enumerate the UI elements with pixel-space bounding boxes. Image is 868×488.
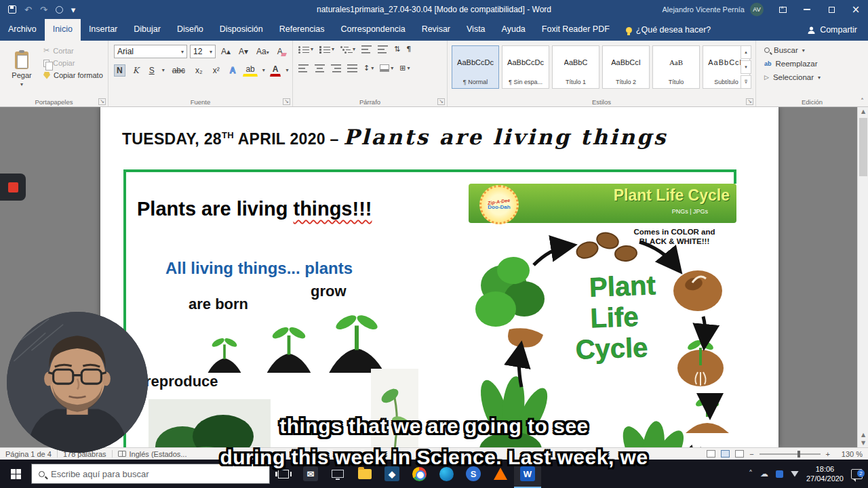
slide-image[interactable]: Plants are living things!!! All living t…: [123, 169, 736, 447]
tab-foxit-reader-pdf[interactable]: Foxit Reader PDF: [534, 19, 618, 41]
strikethrough-button[interactable]: abc: [170, 64, 188, 77]
styles-more-icon[interactable]: ⊽: [741, 75, 751, 89]
shading-button[interactable]: ▾: [380, 64, 393, 72]
italic-button[interactable]: K: [130, 64, 142, 77]
maximize-button[interactable]: [819, 0, 844, 19]
tab-diseno[interactable]: Diseño: [169, 19, 212, 41]
sort-button[interactable]: ⇅: [394, 45, 400, 54]
ribbon: Pegar ▾ ✂ Cortar Copiar Copiar formato P…: [0, 41, 868, 107]
undo-icon[interactable]: ↶: [24, 5, 32, 14]
styles-scroll-up-icon[interactable]: ▴: [741, 45, 751, 59]
teams-tray-icon[interactable]: [776, 470, 783, 478]
wifi-icon[interactable]: [791, 471, 799, 477]
onedrive-icon[interactable]: ☁: [760, 469, 768, 479]
tab-insertar[interactable]: Insertar: [81, 19, 125, 41]
show-paragraph-marks-button[interactable]: ¶: [406, 45, 411, 54]
close-button[interactable]: ×: [844, 0, 868, 19]
share-button[interactable]: Compartir: [796, 19, 868, 41]
change-case-label: Aa: [256, 47, 267, 56]
style-heading-1[interactable]: AaBbC Título 1: [552, 45, 599, 89]
font-color-dropdown-icon[interactable]: ▾: [285, 67, 288, 73]
minimize-button[interactable]: [795, 0, 819, 19]
font-size-combo[interactable]: 12 ▾: [190, 45, 216, 58]
recording-indicator[interactable]: [0, 174, 26, 201]
line-spacing-icon: ↕: [363, 64, 370, 73]
superscript-button[interactable]: x²: [210, 64, 222, 77]
tab-correspondencia[interactable]: Correspondencia: [332, 19, 413, 41]
clear-formatting-button[interactable]: A: [275, 45, 285, 58]
styles-scroll-down-icon[interactable]: ▾: [741, 60, 751, 74]
style-title[interactable]: AaB Título: [652, 45, 700, 89]
style-preview: AaBbCcDc: [507, 46, 544, 79]
action-center-icon[interactable]: 2: [851, 469, 863, 479]
tab-ayuda[interactable]: Ayuda: [494, 19, 534, 41]
grow-font-button[interactable]: A▴: [218, 45, 233, 58]
font-row-1: Arial ▾ 12 ▾ A▴ A▾ Aa▾ A: [114, 45, 285, 58]
ribbon-display-options-button[interactable]: [770, 0, 795, 19]
touch-mode-icon[interactable]: [56, 6, 63, 14]
page[interactable]: TUESDAY, 28TH APRIL 2020 – Plants are li…: [100, 107, 778, 447]
vertical-scr ollbar[interactable]: ▲ ▲ ▼: [857, 107, 868, 447]
multilevel-list-button[interactable]: ▾: [340, 45, 355, 54]
search-icon: [39, 471, 45, 477]
highlight-dropdown-icon[interactable]: ▾: [262, 67, 265, 73]
decrease-indent-button[interactable]: [361, 45, 372, 54]
next-page-icon[interactable]: ▼: [858, 440, 868, 446]
tray-chevron-icon[interactable]: ˄: [749, 469, 753, 479]
borders-button[interactable]: ⊞▾: [399, 64, 410, 73]
find-dropdown-icon: ▾: [802, 47, 805, 54]
text-effects-button[interactable]: A: [227, 64, 239, 77]
numbering-button[interactable]: ▾: [319, 45, 334, 54]
redo-icon[interactable]: ↷: [40, 5, 47, 14]
select-button[interactable]: ▷ Seleccionar ▾: [764, 73, 821, 81]
copy-button[interactable]: Copiar: [43, 59, 103, 67]
bold-button[interactable]: N: [114, 64, 125, 77]
cut-button[interactable]: ✂ Cortar: [43, 46, 103, 55]
qat-dropdown-icon[interactable]: ▾: [71, 5, 76, 14]
align-left-button[interactable]: [298, 64, 309, 73]
replace-button[interactable]: ab Reemplazar: [764, 60, 821, 68]
style-normal[interactable]: AaBbCcDc ¶ Normal: [452, 45, 499, 89]
line-spacing-button[interactable]: ↕▾: [363, 64, 374, 73]
scrollbar-thumb[interactable]: [859, 118, 867, 176]
save-icon[interactable]: [8, 5, 16, 14]
bullets-button[interactable]: ▾: [298, 45, 313, 54]
underline-dropdown-icon[interactable]: ▾: [162, 67, 165, 73]
subscript-button[interactable]: x₂: [193, 64, 205, 77]
font-color-button[interactable]: A: [270, 64, 281, 77]
tell-me-box[interactable]: ¿Qué desea hacer?: [618, 19, 719, 41]
tab-referencias[interactable]: Referencias: [271, 19, 333, 41]
paste-button[interactable]: Pegar ▾: [4, 44, 39, 94]
underline-button[interactable]: S: [146, 64, 157, 77]
tab-revisar[interactable]: Revisar: [414, 19, 458, 41]
tab-inicio[interactable]: Inicio: [45, 19, 81, 41]
highlight-button[interactable]: ab: [243, 64, 257, 77]
clipboard-dialog-launcher[interactable]: ↘: [98, 98, 106, 105]
cut-label: Cortar: [53, 47, 74, 55]
style-preview: AaBbCcL: [708, 46, 744, 79]
collapse-ribbon-icon[interactable]: ˄: [861, 98, 864, 105]
find-button[interactable]: Buscar ▾: [764, 46, 821, 54]
font-dialog-launcher[interactable]: ↘: [283, 98, 290, 105]
styles-dialog-launcher[interactable]: ↘: [746, 98, 753, 105]
search-input[interactable]: [51, 469, 248, 479]
tab-vista[interactable]: Vista: [458, 19, 494, 41]
scroll-up-icon[interactable]: ▲: [858, 108, 868, 115]
tab-archivo[interactable]: Archivo: [0, 19, 45, 41]
align-center-button[interactable]: [315, 64, 325, 73]
tab-disposicion[interactable]: Disposición: [212, 19, 271, 41]
change-case-button[interactable]: Aa▾: [254, 45, 272, 58]
paragraph-dialog-launcher[interactable]: ↘: [437, 98, 445, 105]
slide-subtitle: All living things... plants: [165, 259, 353, 278]
shrink-font-button[interactable]: A▾: [236, 45, 251, 58]
bullets-dropdown-icon: ▾: [311, 46, 313, 52]
justify-button[interactable]: [347, 64, 357, 73]
align-right-button[interactable]: [331, 64, 341, 73]
increase-indent-button[interactable]: [378, 45, 388, 54]
tab-dibujar[interactable]: Dibujar: [125, 19, 169, 41]
font-family-combo[interactable]: Arial ▾: [114, 45, 187, 58]
avatar[interactable]: AV: [750, 3, 764, 16]
style-heading-2[interactable]: AaBbCcI Título 2: [602, 45, 650, 89]
format-painter-button[interactable]: Copiar formato: [43, 71, 103, 79]
style-no-spacing[interactable]: AaBbCcDc ¶ Sin espa...: [502, 45, 549, 89]
